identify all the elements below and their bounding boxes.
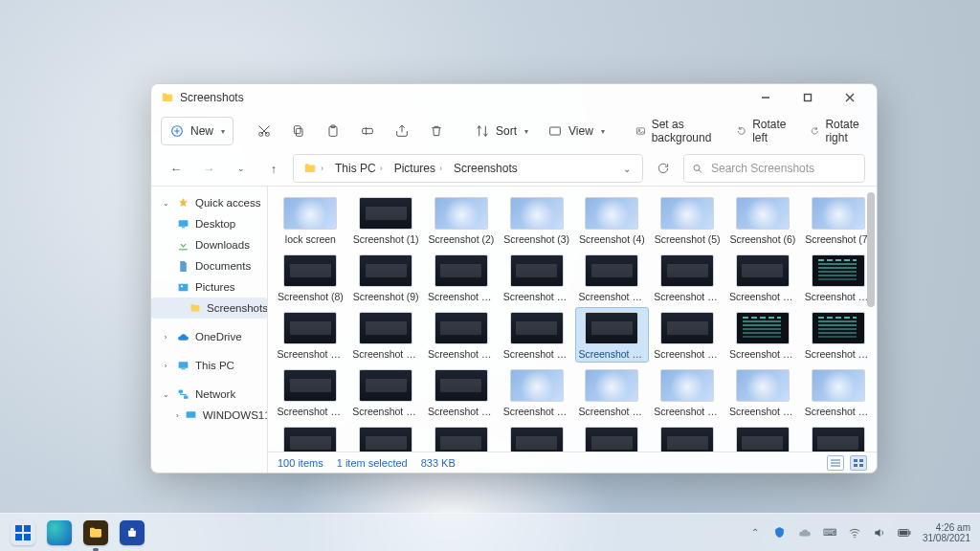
file-item[interactable]: Screenshot (10) [425,250,499,305]
new-button[interactable]: New ▾ [161,117,234,145]
file-item[interactable]: Screenshot (1) [349,192,423,248]
delete-button[interactable] [421,117,452,145]
file-item[interactable]: Screenshot (2) [425,192,499,248]
titlebar[interactable]: Screenshots [151,84,877,111]
copy-button[interactable] [283,117,314,145]
file-item[interactable]: Screenshot (29) [651,364,724,420]
security-icon[interactable] [773,526,787,540]
wifi-icon[interactable] [848,526,861,540]
taskbar[interactable]: ⌃ ⌨ 4:26 am 31/08/2021 [0,513,980,551]
file-item[interactable]: Screenshot (14) [726,250,800,305]
sidebar-screenshots[interactable]: Screenshots [151,298,267,319]
file-item[interactable]: Screenshot (18) [425,307,499,363]
file-item[interactable]: Screenshot (32) [274,422,347,452]
system-tray[interactable]: ⌃ ⌨ 4:26 am 31/08/2021 [748,522,980,543]
language-icon[interactable]: ⌨ [823,526,836,540]
file-item[interactable]: Screenshot (13) [651,250,724,305]
taskbar-file-explorer[interactable] [80,518,111,548]
paste-button[interactable] [318,117,348,145]
file-item[interactable]: Screenshot (25) [349,364,423,420]
file-item[interactable]: Screenshot (8) [274,250,347,305]
search-box[interactable] [683,154,865,183]
file-item[interactable]: Screenshot (16) [274,307,347,363]
svg-rect-24 [184,395,188,398]
file-item[interactable]: Screenshot (38) [726,422,800,452]
rename-button[interactable] [352,117,383,145]
rotate-right-button[interactable]: Rotate right [802,117,872,145]
rotate-left-button[interactable]: Rotate left [728,117,798,145]
file-item[interactable]: Screenshot (23) [801,307,875,363]
file-item[interactable]: Screenshot (31) [801,364,875,420]
volume-icon[interactable] [873,526,886,540]
file-item[interactable]: Screenshot (12) [575,250,649,305]
crumb-screenshots[interactable]: Screenshots [450,160,522,177]
crumb-this-pc[interactable]: This PC› [331,160,387,177]
file-item[interactable]: Screenshot (3) [500,192,573,248]
sidebar-onedrive[interactable]: ›OneDrive [151,326,267,347]
file-item[interactable]: Screenshot (37) [651,422,724,452]
file-item[interactable]: Screenshot (39) [801,422,875,452]
details-view-button[interactable] [827,455,844,471]
share-button[interactable] [387,117,417,145]
file-item[interactable]: Screenshot (19) [500,307,573,363]
file-item[interactable]: Screenshot (4) [575,192,649,248]
file-item[interactable]: Screenshot (5) [651,192,724,248]
sidebar-this-pc[interactable]: ›This PC [151,355,267,376]
file-thumbnail [736,427,790,452]
sidebar-documents[interactable]: Documents [151,255,267,276]
scrollbar[interactable] [867,192,875,450]
up-button[interactable]: ↑ [260,155,287,182]
file-item[interactable]: Screenshot (30) [726,364,800,420]
chevron-up-icon[interactable]: ⌃ [748,526,762,540]
sidebar-pictures[interactable]: Pictures [151,276,267,298]
file-item[interactable]: Screenshot (11) [500,250,573,305]
file-item[interactable]: Screenshot (36) [575,422,649,452]
file-caption: Screenshot (25) [352,406,419,417]
recent-locations-button[interactable]: ⌄ [228,155,255,182]
file-grid[interactable]: lock screenScreenshot (1)Screenshot (2)S… [268,187,877,452]
clock[interactable]: 4:26 am 31/08/2021 [923,522,970,543]
chevron-down-icon[interactable]: ⌄ [617,164,636,174]
view-button[interactable]: View ▾ [540,117,612,145]
battery-icon[interactable] [898,526,911,540]
sidebar-desktop[interactable]: Desktop [151,213,267,234]
file-item[interactable]: Screenshot (6) [726,192,800,248]
file-item[interactable]: Screenshot (33) [349,422,423,452]
file-item[interactable]: Screenshot (21) [651,307,724,363]
file-item[interactable]: Screenshot (15) [801,250,875,305]
sidebar-quick-access[interactable]: ⌄ Quick access [151,192,267,213]
file-item[interactable]: Screenshot (28) [575,364,649,420]
minimize-button[interactable] [745,84,787,111]
close-button[interactable] [829,84,871,111]
sidebar-windows11[interactable]: ›WINDOWS11 [151,405,267,426]
cut-button[interactable] [249,117,279,145]
sort-button[interactable]: Sort ▾ [467,117,536,145]
file-item[interactable]: Screenshot (24) [274,364,347,420]
taskbar-store[interactable] [117,518,147,548]
set-background-button[interactable]: Set as background [628,117,724,145]
sidebar-downloads[interactable]: Downloads [151,234,267,255]
forward-button[interactable]: → [195,155,222,182]
start-button[interactable] [8,518,38,548]
sidebar-network[interactable]: ⌄Network [151,384,267,405]
thumbnails-view-button[interactable] [850,455,867,471]
file-item[interactable]: lock screen [274,192,347,248]
file-item[interactable]: Screenshot (22) [726,307,800,363]
file-item[interactable]: Screenshot (35) [500,422,573,452]
file-item[interactable]: Screenshot (9) [349,250,423,305]
maximize-button[interactable] [787,84,829,111]
file-item[interactable]: Screenshot (27) [500,364,573,420]
back-button[interactable]: ← [163,155,189,182]
taskbar-edge[interactable] [44,518,75,548]
file-item[interactable]: Screenshot (34) [425,422,499,452]
file-item[interactable]: Screenshot (17) [349,307,423,363]
file-item[interactable]: Screenshot (20) [575,307,649,363]
crumb-pictures[interactable]: Pictures› [390,160,446,177]
scrollbar-thumb[interactable] [867,192,875,307]
breadcrumb[interactable]: › This PC› Pictures› Screenshots ⌄ [293,154,643,183]
refresh-button[interactable] [649,154,678,183]
file-item[interactable]: Screenshot (7) [801,192,875,248]
search-input[interactable] [709,161,857,176]
onedrive-tray-icon[interactable] [798,526,812,540]
file-item[interactable]: Screenshot (26) [425,364,499,420]
